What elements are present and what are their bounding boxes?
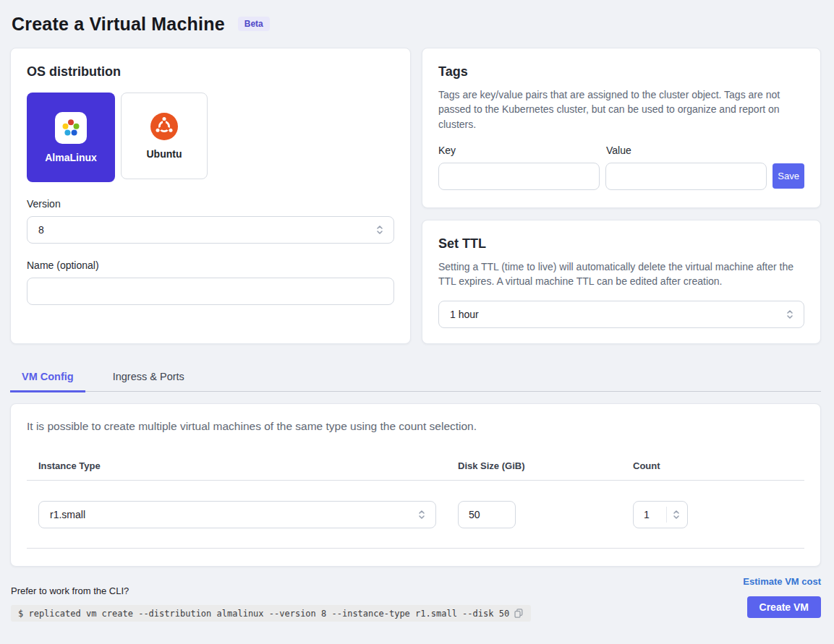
version-select[interactable]: 8 (27, 216, 394, 244)
version-select-value: 8 (38, 224, 44, 236)
ttl-description: Setting a TTL (time to live) will automa… (438, 259, 804, 289)
right-column: Tags Tags are key/value pairs that are a… (422, 48, 821, 344)
tab-ingress-ports[interactable]: Ingress & Ports (101, 362, 196, 391)
page-title: Create a Virtual Machine (12, 14, 225, 35)
cli-prompt-text: Prefer to work from the CLI? (11, 585, 129, 596)
count-cell: 1 (621, 501, 804, 528)
estimate-vm-cost-link[interactable]: Estimate VM cost (743, 576, 821, 587)
almalinux-logo-icon (55, 112, 87, 144)
os-distribution-card: OS distribution AlmaLinux (10, 48, 411, 344)
main-row: OS distribution AlmaLinux (10, 48, 821, 344)
vm-table-header: Instance Type Disk Size (GiB) Count (27, 460, 804, 481)
tab-vm-config[interactable]: VM Config (10, 362, 85, 392)
create-vm-button[interactable]: Create VM (747, 596, 821, 618)
os-tile-label: AlmaLinux (45, 152, 97, 163)
chevron-up-down-icon (785, 309, 795, 320)
col-header-disk-size: Disk Size (GiB) (446, 460, 621, 471)
os-tile-ubuntu[interactable]: Ubuntu (121, 93, 208, 179)
name-label: Name (optional) (27, 259, 394, 271)
vm-config-note: It is possible to create multiple virtua… (27, 420, 804, 433)
os-tile-label: Ubuntu (147, 148, 182, 160)
beta-badge: Beta (238, 17, 270, 31)
tag-key-label: Key (438, 145, 606, 156)
instance-type-cell: r1.small (27, 501, 446, 528)
page-header: Create a Virtual Machine Beta (0, 0, 834, 38)
stepper-chevrons[interactable] (666, 507, 681, 523)
col-header-count: Count (621, 460, 804, 471)
tags-kv-row: Save (438, 163, 804, 190)
count-stepper[interactable]: 1 (633, 501, 688, 528)
instance-type-value: r1.small (50, 509, 85, 520)
ttl-card-title: Set TTL (438, 236, 804, 252)
ttl-select-value: 1 hour (450, 309, 479, 320)
tags-card-title: Tags (438, 64, 804, 80)
chevron-up-down-icon (417, 509, 427, 520)
cli-command-block: $ replicated vm create --distribution al… (11, 605, 531, 622)
chevron-up-down-icon (375, 224, 385, 236)
footer: Estimate VM cost Create VM Prefer to wor… (10, 572, 821, 641)
copy-icon[interactable] (514, 608, 524, 619)
col-header-instance-type: Instance Type (27, 460, 446, 471)
tabs-bar: VM Config Ingress & Ports (10, 362, 821, 392)
vm-config-card: It is possible to create multiple virtua… (10, 403, 821, 567)
tags-card: Tags Tags are key/value pairs that are a… (422, 48, 821, 208)
name-input[interactable] (27, 278, 394, 305)
cli-command-text: $ replicated vm create --distribution al… (18, 609, 509, 619)
os-card-title: OS distribution (27, 64, 394, 80)
tag-value-input[interactable] (605, 163, 767, 190)
os-tile-almalinux[interactable]: AlmaLinux (27, 93, 115, 182)
set-ttl-card: Set TTL Setting a TTL (time to live) wil… (422, 220, 821, 344)
disk-size-input[interactable] (458, 501, 516, 528)
tags-kv-labels: Key Value (438, 145, 804, 156)
ubuntu-logo-icon (150, 113, 178, 140)
disk-size-cell (446, 501, 621, 528)
vm-table-row: r1.small 1 (27, 481, 804, 549)
tag-value-label: Value (606, 145, 774, 156)
tags-description: Tags are key/value pairs that are assign… (438, 87, 804, 132)
version-label: Version (27, 198, 394, 210)
instance-type-select[interactable]: r1.small (38, 501, 436, 528)
save-tag-button[interactable]: Save (773, 163, 804, 189)
tag-key-input[interactable] (438, 163, 600, 190)
chevron-up-down-icon (671, 509, 681, 520)
count-value: 1 (644, 509, 650, 520)
ttl-select[interactable]: 1 hour (438, 301, 804, 328)
os-tiles: AlmaLinux (27, 93, 394, 182)
